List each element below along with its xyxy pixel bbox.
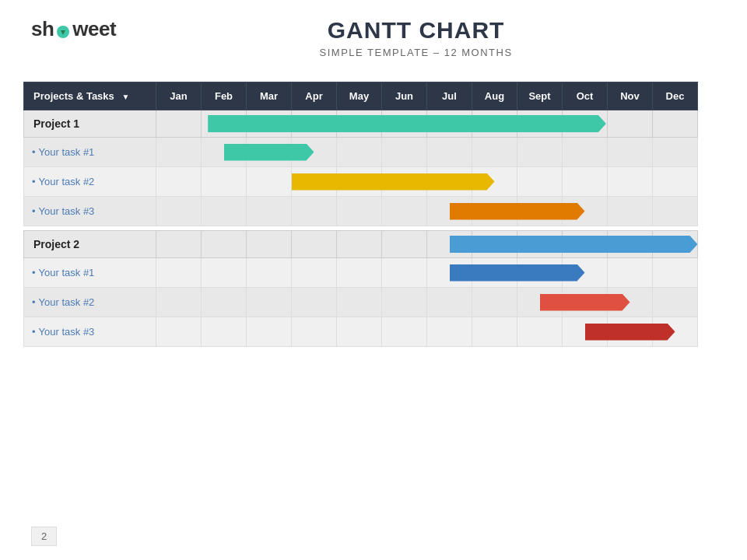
header: sh weet Gantt Chart Simple Template – 12…	[0, 0, 747, 66]
month-may: May	[337, 82, 382, 110]
cell-month-10	[608, 197, 653, 226]
cell-month-2	[247, 258, 292, 288]
task-bullet: •	[32, 205, 36, 217]
cell-month-1	[202, 231, 247, 258]
gantt-wrapper: Projects & Tasks ▼ Jan Feb Mar Apr May J…	[0, 66, 747, 347]
logo: sh weet	[31, 17, 116, 41]
cell-month-6	[427, 317, 472, 347]
logo-text-sh: sh	[31, 17, 54, 41]
task-label: Your task #3	[39, 205, 95, 217]
gantt-header-row: Projects & Tasks ▼ Jan Feb Mar Apr May J…	[24, 82, 724, 110]
month-oct: Oct	[563, 82, 608, 110]
month-sept: Sept	[517, 82, 563, 110]
cell-month-0	[156, 197, 202, 226]
task-label: Your task #1	[39, 146, 95, 158]
logo-icon	[54, 21, 72, 38]
cell-month-10	[608, 138, 653, 167]
gantt-bar	[208, 115, 606, 132]
cell-month-10	[608, 258, 653, 288]
task-row: •Your task #2	[24, 288, 724, 317]
cell-month-4	[337, 197, 382, 226]
sub-title: Simple Template – 12 Months	[116, 47, 716, 58]
gantt-bar	[450, 264, 585, 282]
month-dec: Dec	[653, 82, 698, 110]
gantt-bar	[292, 173, 495, 191]
task-bullet: •	[32, 326, 36, 338]
month-nov: Nov	[608, 82, 653, 110]
gantt-bar	[224, 144, 314, 161]
cell-month-2	[247, 231, 292, 258]
gantt-bar	[585, 324, 675, 341]
cell-month-3	[292, 231, 337, 258]
month-jun: Jun	[382, 82, 427, 110]
cell-month-3	[292, 317, 337, 347]
cell-month-9	[563, 167, 608, 197]
task-row: •Your task #1	[24, 258, 724, 288]
cell-month-7	[472, 138, 517, 167]
project-row: Project 1	[24, 110, 724, 138]
cell-month-2	[247, 288, 292, 317]
task-row: •Your task #3	[24, 317, 724, 347]
logo-text-weet: weet	[72, 17, 116, 41]
projects-label: Projects & Tasks	[33, 90, 114, 102]
page-number: 2	[31, 527, 57, 546]
month-jul: Jul	[427, 82, 472, 110]
month-jan: Jan	[156, 82, 202, 110]
cell-month-0	[156, 317, 202, 347]
task-row: •Your task #1	[24, 138, 724, 167]
cell-month-2	[247, 317, 292, 347]
cell-month-1	[202, 288, 247, 317]
cell-month-4	[337, 231, 382, 258]
cell-month-1	[202, 317, 247, 347]
task-bullet: •	[32, 267, 36, 278]
cell-month-11	[653, 110, 698, 138]
task-label: Your task #1	[39, 267, 95, 278]
task-bullet: •	[32, 176, 36, 187]
cell-month-5	[382, 258, 427, 288]
cell-month-5	[382, 288, 427, 317]
cell-month-3	[292, 258, 337, 288]
cell-month-9	[563, 138, 608, 167]
cell-month-10	[608, 167, 653, 197]
cell-month-4	[337, 138, 382, 167]
cell-month-8	[517, 317, 563, 347]
cell-month-1	[202, 197, 247, 226]
cell-month-11	[653, 288, 698, 317]
cell-month-0	[156, 138, 202, 167]
task-bullet: •	[32, 296, 36, 308]
task-label: Your task #2	[39, 176, 95, 187]
cell-month-0	[156, 288, 202, 317]
cell-month-11	[653, 197, 698, 226]
cell-month-6	[427, 288, 472, 317]
cell-month-8	[517, 167, 563, 197]
cell-month-0	[156, 258, 202, 288]
projects-tasks-header: Projects & Tasks ▼	[24, 82, 156, 110]
cell-month-8	[517, 138, 563, 167]
task-label: Your task #3	[39, 326, 95, 338]
cell-month-5	[382, 231, 427, 258]
task-row: •Your task #2	[24, 167, 724, 197]
project-row: Project 2	[24, 231, 724, 258]
month-feb: Feb	[202, 82, 247, 110]
project-label: Project 2	[33, 238, 79, 250]
month-aug: Aug	[472, 82, 517, 110]
cell-month-11	[653, 258, 698, 288]
cell-month-7	[472, 288, 517, 317]
cell-month-10	[608, 110, 653, 138]
cell-month-4	[337, 258, 382, 288]
gantt-bar	[450, 236, 698, 253]
cell-month-6	[427, 138, 472, 167]
cell-month-0	[156, 110, 202, 138]
cell-month-2	[247, 197, 292, 226]
cell-month-0	[156, 167, 202, 197]
task-row: •Your task #3	[24, 197, 724, 226]
cell-month-4	[337, 317, 382, 347]
gantt-bar	[450, 203, 585, 220]
cell-month-11	[653, 138, 698, 167]
cell-month-1	[202, 167, 247, 197]
cell-month-11	[653, 167, 698, 197]
main-title: Gantt Chart	[116, 17, 716, 44]
gantt-table: Projects & Tasks ▼ Jan Feb Mar Apr May J…	[23, 82, 724, 347]
cell-month-7	[472, 317, 517, 347]
gantt-bar	[540, 294, 630, 311]
